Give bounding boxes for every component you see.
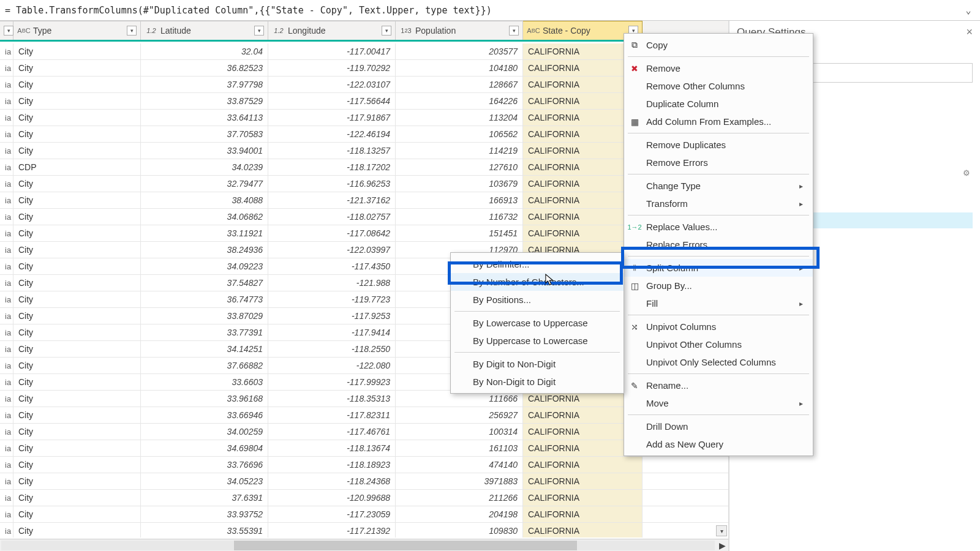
table-row[interactable]: iaCity33.87529-117.56644164226CALIFORNIA bbox=[0, 93, 728, 110]
longitude-cell: -117.82311 bbox=[268, 407, 396, 423]
population-column-header[interactable]: 123 Population ▾ bbox=[396, 21, 523, 40]
stub-cell: ia bbox=[0, 225, 13, 241]
type-cell: City bbox=[13, 506, 141, 522]
close-icon[interactable]: × bbox=[966, 26, 973, 39]
table-row[interactable]: iaCity34.05223-118.243683971883CALIFORNI… bbox=[0, 473, 728, 490]
type-cell: City bbox=[13, 126, 141, 142]
move-menu-item[interactable]: Move ▸ bbox=[624, 394, 813, 412]
table-row[interactable]: iaCity36.82523-119.70292104180CALIFORNIA bbox=[0, 60, 728, 77]
remove-other-menu-item[interactable]: Remove Other Columns bbox=[624, 77, 813, 95]
scroll-down-button[interactable]: ▾ bbox=[716, 525, 727, 536]
table-row[interactable]: iaCity33.64113-117.91867113204CALIFORNIA bbox=[0, 110, 728, 126]
latitude-cell: 33.77391 bbox=[141, 324, 268, 340]
stub-cell: ia bbox=[0, 159, 13, 175]
table-row[interactable]: iaCity34.00259-117.46761100314CALIFORNIA bbox=[0, 424, 728, 440]
table-row[interactable]: iaCity33.94001-118.13257114219CALIFORNIA bbox=[0, 143, 728, 159]
column-headers: ▾ ABC Type ▾ 1.2 Latitude ▾ 1.2 Longitud… bbox=[0, 21, 728, 42]
latitude-cell: 36.74773 bbox=[141, 291, 268, 307]
unpivot-other-menu-item[interactable]: Unpivot Other Columns bbox=[624, 335, 813, 353]
menu-label: Replace Errors... bbox=[646, 239, 715, 250]
latitude-cell: 33.94001 bbox=[141, 143, 268, 159]
type-cell: City bbox=[13, 275, 141, 291]
population-cell: 128667 bbox=[396, 77, 523, 92]
table-row[interactable]: iaCity33.76696-118.18923474140CALIFORNIA bbox=[0, 457, 728, 473]
fill-menu-item[interactable]: Fill ▸ bbox=[624, 294, 813, 312]
replace-values-menu-item[interactable]: 1→2 Replace Values... bbox=[624, 218, 813, 236]
table-row[interactable]: iaCity33.66946-117.82311256927CALIFORNIA bbox=[0, 407, 728, 424]
horizontal-scrollbar[interactable]: ▶ bbox=[0, 539, 728, 551]
submenu-arrow-icon: ▸ bbox=[785, 200, 803, 208]
table-row[interactable]: iaCity33.93752-117.23059204198CALIFORNIA bbox=[0, 506, 728, 523]
table-row[interactable]: iaCity37.97798-122.03107128667CALIFORNIA bbox=[0, 77, 728, 93]
drill-down-menu-item[interactable]: Drill Down bbox=[624, 418, 813, 435]
table-row[interactable]: iaCity33.55391-117.21392109830CALIFORNIA bbox=[0, 523, 728, 538]
latitude-cell: 33.87529 bbox=[141, 93, 268, 109]
table-row[interactable]: iaCity37.6391-120.99688211266CALIFORNIA bbox=[0, 490, 728, 506]
column-label: State - Copy bbox=[543, 26, 628, 36]
type-cell: City bbox=[13, 358, 141, 373]
split-column-menu-item[interactable]: ⫴ Split Column ▸ bbox=[624, 259, 813, 277]
latitude-cell: 34.06862 bbox=[141, 209, 268, 225]
formula-text[interactable]: = Table.TransformColumns(#"Duplicated Co… bbox=[5, 5, 962, 16]
longitude-column-header[interactable]: 1.2 Longitude ▾ bbox=[268, 21, 396, 40]
stub-cell: ia bbox=[0, 308, 13, 324]
table-row[interactable]: iaCity37.70583-122.46194106562CALIFORNIA bbox=[0, 126, 728, 143]
type-column-header[interactable]: ABC Type ▾ bbox=[13, 21, 141, 40]
latitude-column-header[interactable]: 1.2 Latitude ▾ bbox=[141, 21, 268, 40]
longitude-cell: -118.02757 bbox=[268, 209, 396, 225]
scroll-thumb[interactable] bbox=[234, 541, 577, 550]
population-cell: 109830 bbox=[396, 523, 523, 538]
by-positions-menu-item[interactable]: By Positions... bbox=[451, 291, 624, 309]
unpivot-columns-menu-item[interactable]: ⤭ Unpivot Columns bbox=[624, 318, 813, 335]
population-cell: 3971883 bbox=[396, 473, 523, 489]
scroll-right-icon[interactable]: ▶ bbox=[716, 539, 728, 552]
remove-duplicates-menu-item[interactable]: Remove Duplicates bbox=[624, 136, 813, 154]
formula-expand-icon[interactable]: ⌄ bbox=[962, 5, 975, 16]
filter-dropdown-icon[interactable]: ▾ bbox=[254, 26, 264, 36]
rename-menu-item[interactable]: ✎ Rename... bbox=[624, 377, 813, 394]
by-number-characters-menu-item[interactable]: By Number of Characters... bbox=[451, 273, 624, 291]
group-by-menu-item[interactable]: ◫ Group By... bbox=[624, 277, 813, 294]
table-row[interactable]: iaCDP34.0239-118.17202127610CALIFORNIA bbox=[0, 159, 728, 176]
remove-errors-menu-item[interactable]: Remove Errors bbox=[624, 154, 813, 171]
by-digit-nondigit-menu-item[interactable]: By Digit to Non-Digit bbox=[451, 355, 624, 373]
text-type-icon: ABC bbox=[17, 25, 31, 36]
longitude-cell: -122.080 bbox=[268, 358, 396, 373]
gear-icon[interactable]: ⚙ bbox=[963, 168, 970, 178]
filter-dropdown-icon[interactable]: ▾ bbox=[382, 26, 391, 36]
table-row[interactable]: iaCity32.04-117.00417203577CALIFORNIA bbox=[0, 43, 728, 60]
by-nondigit-digit-menu-item[interactable]: By Non-Digit to Digit bbox=[451, 373, 624, 391]
type-cell: City bbox=[13, 424, 141, 440]
table-row[interactable]: iaCity32.79477-116.96253103679CALIFORNIA bbox=[0, 176, 728, 192]
longitude-cell: -117.99923 bbox=[268, 374, 396, 390]
stub-cell: ia bbox=[0, 77, 13, 92]
population-cell: 116732 bbox=[396, 209, 523, 225]
remove-menu-item[interactable]: ✖ Remove bbox=[624, 59, 813, 77]
change-type-menu-item[interactable]: Change Type ▸ bbox=[624, 177, 813, 195]
scroll-track[interactable] bbox=[1, 541, 715, 550]
transform-menu-item[interactable]: Transform ▸ bbox=[624, 195, 813, 212]
add-as-new-query-menu-item[interactable]: Add as New Query bbox=[624, 435, 813, 453]
filter-dropdown-icon[interactable]: ▾ bbox=[127, 26, 137, 36]
duplicate-column-menu-item[interactable]: Duplicate Column bbox=[624, 95, 813, 113]
column-label: Longitude bbox=[288, 26, 382, 36]
longitude-cell: -118.2550 bbox=[268, 341, 396, 357]
by-delimiter-menu-item[interactable]: By Delimiter... bbox=[451, 255, 624, 273]
table-row[interactable]: iaCity38.4088-121.37162166913CALIFORNIA bbox=[0, 192, 728, 209]
by-lower-upper-menu-item[interactable]: By Lowercase to Uppercase bbox=[451, 314, 624, 332]
add-column-examples-menu-item[interactable]: ▦ Add Column From Examples... bbox=[624, 113, 813, 130]
filter-dropdown-icon[interactable]: ▾ bbox=[4, 26, 13, 36]
table-row[interactable]: iaCity34.69804-118.13674161103CALIFORNIA bbox=[0, 440, 728, 457]
longitude-cell: -120.99688 bbox=[268, 490, 396, 506]
copy-menu-item[interactable]: ⧉ Copy bbox=[624, 36, 813, 54]
table-row[interactable]: iaCity33.11921-117.08642151451CALIFORNIA bbox=[0, 225, 728, 242]
unpivot-selected-menu-item[interactable]: Unpivot Only Selected Columns bbox=[624, 353, 813, 371]
by-upper-lower-menu-item[interactable]: By Uppercase to Lowercase bbox=[451, 332, 624, 350]
latitude-cell: 33.76696 bbox=[141, 457, 268, 473]
stub-cell: ia bbox=[0, 93, 13, 109]
filter-dropdown-icon[interactable]: ▾ bbox=[509, 26, 519, 36]
table-row[interactable]: iaCity34.06862-118.02757116732CALIFORNIA bbox=[0, 209, 728, 225]
longitude-cell: -119.7723 bbox=[268, 291, 396, 307]
stub-cell: ia bbox=[0, 43, 13, 59]
replace-errors-menu-item[interactable]: Replace Errors... bbox=[624, 236, 813, 253]
